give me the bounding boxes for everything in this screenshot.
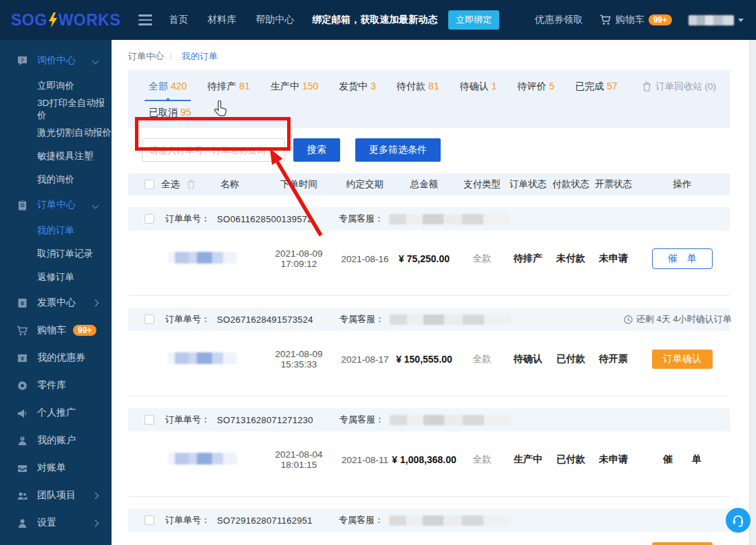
sidebar-item-label: 设置	[37, 517, 56, 529]
menu-toggle-icon[interactable]	[138, 14, 152, 25]
tab-completed[interactable]: 已完成57	[575, 81, 618, 93]
coupon-claim-link[interactable]: 优惠券领取	[535, 14, 583, 26]
sidebar-item-laser-cut-quote[interactable]: 激光切割自动报价	[0, 121, 112, 145]
sidebar-item-my-inquiries[interactable]: 我的询价	[0, 168, 112, 191]
order-number: SO7291628071162951	[217, 515, 313, 526]
order-checkbox[interactable]	[145, 415, 154, 425]
customer-service-fab[interactable]	[726, 508, 750, 533]
sidebar-item-inquiry-center[interactable]: ? 询价中心	[0, 47, 112, 74]
order-time: 2021-08-09 17:09:12	[259, 248, 339, 269]
pay-type: 全款	[457, 353, 507, 365]
table-header: 全选 名称 下单时间 约定交期 总金额 支付类型 订单状态 付款状态 开票状态 …	[128, 173, 730, 195]
due-date: 2021-08-17	[339, 354, 391, 365]
statement-icon	[17, 462, 28, 474]
sidebar-item-rapid-molding[interactable]: 敏捷模具注塑	[0, 145, 112, 168]
nav-link-home[interactable]: 首页	[169, 14, 188, 26]
scrollbar-track[interactable]	[749, 40, 756, 545]
urge-order-button[interactable]: 催 单	[652, 248, 713, 269]
sidebar-item-statements[interactable]: 对账单	[0, 454, 112, 482]
order-recycle-bin[interactable]: 订单回收站 (0)	[642, 81, 716, 93]
tab-pending-confirm[interactable]: 待确认1	[460, 81, 497, 93]
more-filters-button[interactable]: 更多筛选条件	[355, 138, 441, 162]
svg-text:¥: ¥	[21, 299, 24, 306]
tab-pending-payment[interactable]: 待付款81	[397, 81, 439, 93]
nav-links: 首页 材料库 帮助中心	[169, 14, 294, 26]
bind-now-button[interactable]: 立即绑定	[448, 10, 499, 30]
order-status: 生产中	[507, 453, 549, 466]
sidebar-item-cancelled-orders[interactable]: 取消订单记录	[0, 242, 112, 266]
sidebar-item-label: 我的账户	[37, 434, 76, 447]
sidebar-item-inquire-now[interactable]: 立即询价	[0, 74, 112, 98]
order-header: 订单单号： SO7291628071162951 专属客服：	[128, 509, 730, 532]
sidebar-item-3d-print-quote[interactable]: 3D打印全自动报价	[0, 98, 112, 121]
order-name-blurred[interactable]	[168, 453, 237, 464]
coupon-icon: ¥	[17, 352, 28, 364]
sidebar-item-settings[interactable]: 设置	[0, 509, 112, 537]
team-icon	[17, 490, 28, 502]
order-checkbox[interactable]	[145, 214, 154, 224]
bind-email-notice: 绑定邮箱，获取速加最新动态	[312, 14, 437, 26]
sidebar-item-my-account[interactable]: 我的账户	[0, 427, 112, 454]
order-status: 待排产	[507, 253, 549, 265]
confirm-countdown: 还剩 4天 4小时确认订单	[624, 308, 739, 331]
order-row: 2021-08-04 17:59:24 2021-08-10 ¥ 730.00 …	[128, 532, 730, 545]
order-name-blurred[interactable]	[168, 352, 237, 364]
order-block: 订单单号： SO2671628491573524 专属客服： 还剩 4天 4小时…	[128, 308, 730, 396]
breadcrumb-parent[interactable]: 订单中心	[128, 50, 164, 63]
cart-label: 购物车	[616, 14, 644, 26]
confirm-order-button[interactable]: 订单确认	[652, 350, 713, 369]
tab-pending-schedule[interactable]: 待排产81	[207, 81, 250, 93]
order-checkbox[interactable]	[145, 515, 154, 525]
order-row: 2021-08-09 17:09:12 2021-08-16 ¥ 75,250.…	[128, 231, 730, 287]
col-pay-status: 付款状态	[549, 178, 592, 191]
tab-all[interactable]: 全部420	[149, 81, 187, 93]
user-account-menu[interactable]	[689, 15, 744, 25]
lightning-bolt-icon	[48, 12, 58, 28]
reorder-button[interactable]: 重新下单	[652, 542, 713, 545]
sidebar-item-personal-promotion[interactable]: 个人推广	[0, 399, 112, 427]
pay-type: 全款	[457, 253, 507, 265]
search-input[interactable]	[142, 138, 285, 162]
sidebar-item-order-center[interactable]: 订单中心	[0, 191, 112, 219]
search-row: 搜索 更多筛选条件	[128, 138, 730, 162]
nav-link-help[interactable]: 帮助中心	[255, 14, 294, 26]
sidebar-item-my-orders[interactable]: 我的订单	[0, 219, 112, 242]
sidebar-item-my-coupons[interactable]: ¥ 我的优惠券	[0, 344, 112, 372]
customer-service-blurred	[389, 214, 510, 224]
urge-order-text[interactable]: 催 单	[663, 453, 702, 466]
select-all-checkbox[interactable]	[145, 180, 154, 189]
order-number: SO0611628500139572	[217, 214, 313, 224]
sidebar-item-team-projects[interactable]: 团队项目	[0, 482, 112, 509]
invoice-status: 未申请	[592, 453, 635, 466]
order-checkbox[interactable]	[145, 314, 154, 324]
tab-cancelled[interactable]: 已取消95	[149, 107, 191, 119]
tab-in-production[interactable]: 生产中150	[271, 81, 318, 93]
order-number: SO7131628071271230	[217, 415, 313, 425]
navbar-cart[interactable]: 购物车 99+	[600, 14, 672, 26]
divider	[128, 496, 730, 497]
order-header: 订单单号： SO0611628500139572 专属客服：	[128, 207, 730, 231]
order-name-blurred[interactable]	[168, 252, 237, 264]
chevron-right-icon	[92, 520, 99, 526]
settings-icon	[17, 517, 28, 529]
order-header: 订单单号： SO2671628491573524 专属客服： 还剩 4天 4小时…	[128, 308, 730, 331]
pay-status: 已付款	[549, 453, 592, 466]
tab-pending-review[interactable]: 待评价5	[517, 81, 554, 93]
search-button[interactable]: 搜索	[293, 138, 340, 162]
sidebar-item-label: 发票中心	[37, 297, 76, 309]
parts-icon	[17, 380, 28, 392]
sidebar-item-invoice-center[interactable]: ¥ 发票中心	[0, 289, 112, 317]
sidebar-item-cart[interactable]: 购物车 99+	[0, 317, 112, 344]
chevron-down-icon	[738, 19, 744, 22]
sidebar-item-repair-orders[interactable]: 返修订单	[0, 266, 112, 289]
trash-icon[interactable]	[187, 180, 196, 189]
customer-service-blurred	[389, 515, 510, 526]
tab-shipping[interactable]: 发货中3	[339, 81, 376, 93]
order-management-page: SOG WORKS 首页 材料库 帮助中心 绑定邮箱，获取速加最新动态 立即绑定…	[0, 0, 756, 545]
breadcrumb-current: 我的订单	[182, 50, 218, 63]
sidebar-item-label: 对账单	[37, 462, 66, 474]
sogaworks-logo[interactable]: SOG WORKS	[11, 11, 120, 30]
nav-link-materials[interactable]: 材料库	[207, 14, 236, 26]
account-icon	[17, 435, 28, 447]
sidebar-item-parts-library[interactable]: 零件库	[0, 372, 112, 399]
